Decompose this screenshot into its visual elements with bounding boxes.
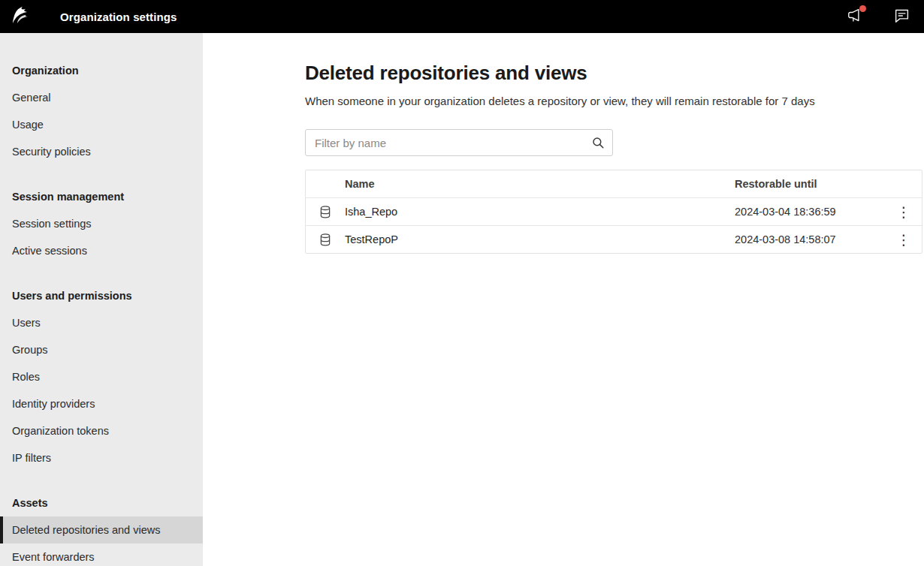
sidebar-item-roles[interactable]: Roles: [0, 363, 203, 390]
repo-name: Isha_Repo: [345, 206, 735, 218]
settings-sidebar: Organization General Usage Security poli…: [0, 33, 203, 566]
repository-icon: [306, 233, 345, 246]
sidebar-item-usage[interactable]: Usage: [0, 111, 203, 138]
deleted-repos-table: Name Restorable until Isha_Repo 2024-03-…: [305, 170, 922, 254]
repo-name: TestRepoP: [345, 233, 735, 245]
sidebar-heading-session-management: Session management: [0, 189, 203, 204]
announcements-button[interactable]: [846, 8, 864, 26]
sidebar-item-ip-filters[interactable]: IP filters: [0, 444, 203, 471]
notification-dot: [859, 5, 866, 12]
sidebar-section-organization: Organization General Usage Security poli…: [0, 63, 203, 165]
table-header-row: Name Restorable until: [306, 170, 922, 197]
header-actions: [846, 8, 924, 26]
repository-icon: [306, 206, 345, 218]
search-icon: [590, 134, 606, 151]
sidebar-heading-organization: Organization: [0, 63, 203, 78]
sidebar-heading-users-permissions: Users and permissions: [0, 288, 203, 303]
sidebar-item-organization-tokens[interactable]: Organization tokens: [0, 417, 203, 444]
sidebar-item-active-sessions[interactable]: Active sessions: [0, 237, 203, 264]
sidebar-item-users[interactable]: Users: [0, 309, 203, 336]
sidebar-item-deleted-repositories[interactable]: Deleted repositories and views: [0, 516, 203, 543]
column-header-name: Name: [345, 178, 735, 190]
restorable-until-value: 2024-03-08 14:58:07: [735, 233, 886, 245]
sidebar-section-users-permissions: Users and permissions Users Groups Roles…: [0, 288, 203, 471]
chat-icon: [894, 8, 910, 26]
sidebar-section-session-management: Session management Session settings Acti…: [0, 189, 203, 264]
page-title: Deleted repositories and views: [305, 60, 922, 86]
filter-by-name-input[interactable]: [305, 129, 613, 156]
kebab-icon: ⋮: [897, 233, 911, 247]
filter-container: [305, 129, 613, 156]
table-row: Isha_Repo 2024-03-04 18:36:59 ⋮: [306, 197, 922, 225]
feedback-button[interactable]: [892, 8, 910, 26]
restorable-until-value: 2024-03-04 18:36:59: [735, 206, 886, 218]
row-actions-menu-button[interactable]: ⋮: [886, 198, 922, 225]
sidebar-item-general[interactable]: General: [0, 84, 203, 111]
main-panel: Deleted repositories and views When some…: [203, 33, 924, 566]
column-header-restorable-until: Restorable until: [735, 178, 886, 190]
app-title: Organization settings: [60, 11, 177, 23]
sidebar-item-session-settings[interactable]: Session settings: [0, 210, 203, 237]
top-bar: Organization settings: [0, 0, 924, 33]
kebab-icon: ⋮: [897, 205, 911, 219]
page-subtitle: When someone in your organization delete…: [305, 93, 922, 110]
sidebar-heading-assets: Assets: [0, 495, 203, 510]
sidebar-item-groups[interactable]: Groups: [0, 336, 203, 363]
sidebar-item-identity-providers[interactable]: Identity providers: [0, 390, 203, 417]
row-actions-menu-button[interactable]: ⋮: [886, 226, 922, 253]
table-row: TestRepoP 2024-03-08 14:58:07 ⋮: [306, 225, 922, 253]
sidebar-section-assets: Assets Deleted repositories and views Ev…: [0, 495, 203, 566]
falcon-logo[interactable]: [0, 0, 48, 33]
sidebar-item-event-forwarders[interactable]: Event forwarders: [0, 543, 203, 566]
falcon-logo-icon: [11, 5, 37, 29]
sidebar-item-security-policies[interactable]: Security policies: [0, 138, 203, 165]
